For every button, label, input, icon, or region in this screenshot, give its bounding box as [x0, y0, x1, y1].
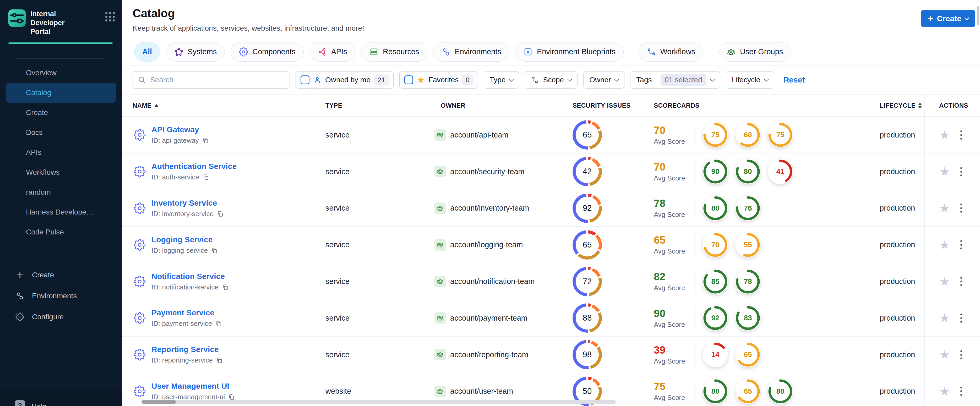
owned-by-me-checkbox[interactable] [301, 75, 309, 84]
tab-workflows[interactable]: Workflows [639, 42, 703, 62]
scorecard-ring[interactable]: 65 [735, 342, 760, 367]
entity-name-link[interactable]: User Management UI [151, 382, 229, 390]
tab-environment-blueprints[interactable]: Environment Blueprints [515, 42, 624, 62]
scorecard-ring[interactable]: 60 [735, 122, 760, 147]
reset-filters-link[interactable]: Reset [783, 75, 805, 84]
sidebar-utility-environments[interactable]: Environments [0, 285, 122, 306]
sidebar-item-code-pulse[interactable]: Code Pulse [6, 222, 116, 242]
kebab-menu-icon[interactable] [959, 312, 963, 324]
favorite-star-icon[interactable]: ★ [939, 129, 950, 141]
favorite-star-icon[interactable]: ★ [939, 239, 950, 251]
owner-dropdown[interactable]: Owner [583, 71, 624, 89]
favorite-star-icon[interactable]: ★ [939, 385, 950, 397]
tags-dropdown[interactable]: Tags 01 selected [630, 71, 720, 89]
kebab-menu-icon[interactable] [959, 276, 963, 287]
favorites-checkbox[interactable] [404, 75, 413, 84]
scorecard-ring[interactable]: 14 [703, 342, 728, 367]
kebab-menu-icon[interactable] [959, 349, 963, 360]
type-dropdown[interactable]: Type [484, 71, 519, 89]
sidebar-item-random[interactable]: random [6, 182, 116, 202]
sidebar-item-harness-develope-[interactable]: Harness Develope… [6, 202, 116, 222]
entity-name-link[interactable]: Authentication Service [151, 162, 237, 171]
tab-apis[interactable]: APIs [309, 42, 355, 62]
kebab-menu-icon[interactable] [959, 203, 963, 214]
copy-icon[interactable] [216, 357, 223, 364]
copy-icon[interactable] [202, 174, 209, 181]
entity-name-link[interactable]: Payment Service [151, 308, 214, 317]
sidebar-help-item[interactable]: ? Help [0, 387, 122, 406]
scorecard-ring[interactable]: 65 [735, 379, 760, 404]
scorecard-ring[interactable]: 70 [703, 232, 728, 257]
entity-name-link[interactable]: Reporting Service [151, 345, 219, 354]
table-row[interactable]: Inventory Service ID: inventory-service … [122, 190, 980, 227]
table-row[interactable]: Logging Service ID: logging-service serv… [122, 227, 980, 263]
sidebar-item-apis[interactable]: APIs [6, 143, 116, 162]
lifecycle-dropdown[interactable]: Lifecycle [726, 71, 774, 89]
table-row[interactable]: Reporting Service ID: reporting-service … [122, 336, 980, 373]
sidebar-utility-create[interactable]: + Create [0, 265, 122, 285]
sidebar-utility-configure[interactable]: Configure [0, 306, 122, 327]
kebab-menu-icon[interactable] [959, 239, 963, 251]
copy-icon[interactable] [217, 210, 224, 217]
scorecard-ring[interactable]: 75 [703, 122, 728, 147]
scorecard-ring[interactable]: 90 [703, 159, 728, 184]
copy-icon[interactable] [211, 247, 218, 254]
kebab-menu-icon[interactable] [959, 129, 963, 141]
create-button[interactable]: + Create [921, 10, 975, 27]
copy-icon[interactable] [222, 284, 229, 291]
column-header-name[interactable]: NAME [122, 102, 319, 109]
scorecard-ring[interactable]: 80 [735, 159, 760, 184]
scorecard-ring[interactable]: 83 [735, 305, 760, 331]
scorecard-ring[interactable]: 85 [703, 269, 728, 294]
favorite-star-icon[interactable]: ★ [939, 349, 950, 361]
favorite-star-icon[interactable]: ★ [939, 276, 950, 288]
tab-systems[interactable]: Systems [166, 42, 225, 62]
app-switcher-icon[interactable] [105, 12, 115, 22]
tab-user-groups[interactable]: User Groups [718, 42, 791, 62]
sidebar-item-workflows[interactable]: Workflows [6, 162, 116, 182]
tab-resources[interactable]: Resources [361, 42, 427, 62]
scorecard-ring[interactable]: 75 [768, 122, 793, 147]
scope-dropdown[interactable]: Scope [525, 71, 577, 89]
sidebar-item-docs[interactable]: Docs [6, 122, 116, 143]
tab-environments[interactable]: Environments [433, 42, 509, 62]
table-row[interactable]: API Gateway ID: api-gateway service acco… [122, 117, 980, 154]
kebab-menu-icon[interactable] [959, 166, 963, 177]
table-row[interactable]: Payment Service ID: payment-service serv… [122, 300, 980, 336]
tab-all[interactable]: All [134, 42, 160, 62]
sidebar: Internal Developer Portal Overview Catal… [0, 0, 122, 406]
scorecard-ring[interactable]: 55 [735, 232, 760, 257]
sidebar-item-create[interactable]: Create [6, 103, 116, 122]
horizontal-scrollbar-track[interactable] [142, 400, 616, 404]
scorecard-ring[interactable]: 41 [768, 159, 793, 184]
favorite-star-icon[interactable]: ★ [939, 165, 950, 178]
column-header-lifecycle[interactable]: LIFECYCLE [879, 102, 924, 109]
favorite-star-icon[interactable]: ★ [939, 312, 950, 324]
entity-name-link[interactable]: API Gateway [151, 125, 199, 134]
favorites-filter[interactable]: ★ Favorites 0 [399, 71, 478, 89]
scorecard-ring[interactable]: 78 [735, 269, 760, 294]
search-input[interactable] [133, 71, 290, 89]
favorite-star-icon[interactable]: ★ [939, 202, 950, 214]
entity-name-link[interactable]: Inventory Service [151, 198, 217, 207]
entity-name-link[interactable]: Logging Service [151, 235, 213, 244]
table-row[interactable]: Notification Service ID: notification-se… [122, 263, 980, 300]
column-header-security: SECURITY ISSUES [566, 102, 651, 109]
horizontal-scrollbar-thumb[interactable] [142, 400, 176, 404]
scorecard-ring[interactable]: 92 [703, 305, 728, 331]
scorecard-ring[interactable]: 76 [735, 196, 760, 221]
entity-name-link[interactable]: Notification Service [151, 272, 225, 281]
copy-icon[interactable] [228, 393, 235, 401]
scorecard-ring[interactable]: 80 [703, 379, 728, 404]
sidebar-item-overview[interactable]: Overview [6, 63, 116, 83]
sidebar-item-catalog[interactable]: Catalog [6, 83, 116, 103]
vertical-scrollbar-thumb[interactable] [977, 6, 979, 25]
tab-components[interactable]: Components [231, 42, 304, 62]
scorecard-ring[interactable]: 80 [768, 379, 793, 404]
kebab-menu-icon[interactable] [959, 385, 963, 397]
table-row[interactable]: Authentication Service ID: auth-service … [122, 154, 980, 190]
copy-icon[interactable] [215, 320, 222, 327]
scorecard-ring[interactable]: 80 [703, 196, 728, 221]
owned-by-me-filter[interactable]: Owned by me 21 [296, 71, 394, 89]
copy-icon[interactable] [202, 137, 209, 144]
